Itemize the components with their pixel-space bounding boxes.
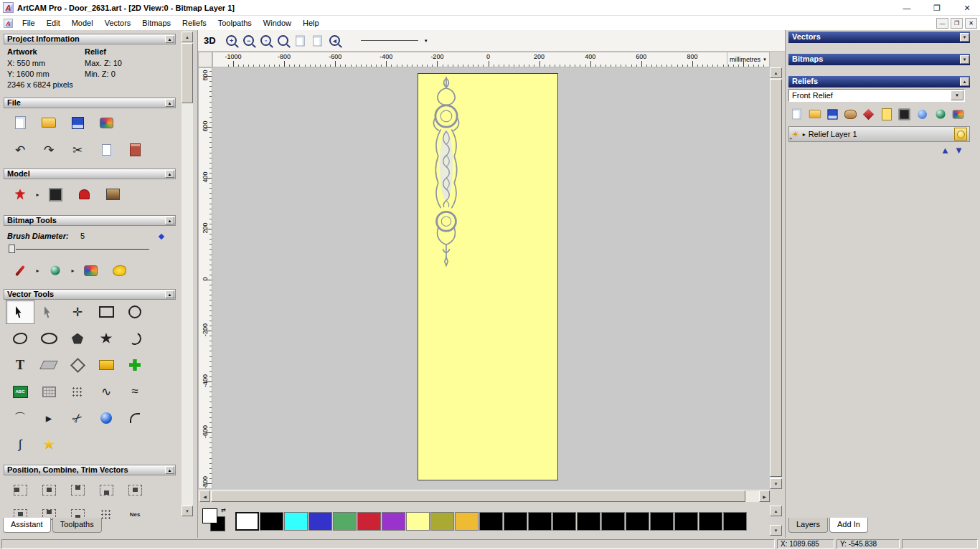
- menu-item-edit[interactable]: Edit: [41, 17, 66, 29]
- palette-swatch-1[interactable]: [260, 512, 283, 531]
- model-canvas-door[interactable]: [418, 73, 558, 480]
- scroll-down-icon[interactable]: ▼: [770, 525, 782, 536]
- paste-text-block-tool[interactable]: ABC: [6, 379, 34, 404]
- align-middle-icon[interactable]: [121, 478, 149, 502]
- swap-colours-icon[interactable]: ⇄: [221, 507, 226, 513]
- fit-arcs-tool[interactable]: ⌒: [6, 406, 34, 430]
- model-export-icon[interactable]: [92, 110, 121, 135]
- layer-active-icon[interactable]: [954, 128, 967, 141]
- load-bitmap-icon[interactable]: [98, 182, 127, 207]
- relief-layer-select[interactable]: Front Relief ▼: [788, 89, 965, 102]
- layer-visibility-icon[interactable]: ☀+: [791, 129, 800, 140]
- block-copy-tool[interactable]: [121, 353, 149, 377]
- menu-item-window[interactable]: Window: [258, 17, 297, 29]
- transform-vectors-tool[interactable]: ✛: [63, 300, 92, 324]
- draw-tool[interactable]: [41, 258, 70, 283]
- open-model-icon[interactable]: [34, 110, 63, 135]
- palette-swatch-20[interactable]: [723, 512, 747, 531]
- palette-swatch-18[interactable]: [674, 512, 698, 531]
- vertical-scrollbar[interactable]: ▲ ▼: [770, 67, 782, 489]
- collapse-section-icon[interactable]: ▲: [165, 217, 174, 224]
- collapse-section-icon[interactable]: ▲: [165, 290, 174, 298]
- save-relief-icon[interactable]: [824, 106, 841, 122]
- measure-tool[interactable]: [92, 353, 121, 377]
- palette-swatch-0[interactable]: [235, 512, 259, 531]
- scroll-left-icon[interactable]: ◀: [199, 490, 210, 502]
- collapse-section-icon[interactable]: ▲: [960, 77, 969, 86]
- canvas-viewport[interactable]: [212, 67, 770, 489]
- create-circle-tool[interactable]: [121, 300, 149, 324]
- paste-icon[interactable]: [92, 138, 121, 162]
- tab-add-in[interactable]: Add In: [829, 518, 868, 533]
- dropdown-arrow-icon[interactable]: ▼: [763, 57, 767, 62]
- mdi-restore-button[interactable]: ❐: [951, 18, 963, 29]
- dropdown-arrow-icon[interactable]: ▼: [951, 90, 963, 100]
- palette-swatch-9[interactable]: [455, 512, 479, 531]
- create-text-tool[interactable]: T: [6, 353, 34, 377]
- section-header-bitmap-tools[interactable]: Bitmap Tools ▲: [4, 215, 176, 226]
- palette-swatch-2[interactable]: [284, 512, 308, 531]
- palette-swatch-7[interactable]: [406, 512, 430, 531]
- cut-icon[interactable]: ✂: [63, 138, 92, 162]
- move-layer-up-icon[interactable]: ▲: [941, 145, 950, 156]
- align-left-icon[interactable]: [6, 478, 34, 502]
- scrollbar-thumb[interactable]: [211, 490, 745, 502]
- align-top-icon[interactable]: [63, 478, 92, 502]
- scroll-up-icon[interactable]: ▲: [770, 506, 782, 516]
- menu-item-bitmaps[interactable]: Bitmaps: [136, 17, 176, 29]
- layer-expand-icon[interactable]: ▸: [803, 131, 806, 138]
- relief-layer-row[interactable]: ☀+ ▸ Relief Layer 1: [788, 126, 970, 142]
- collapse-section-icon[interactable]: ▲: [165, 99, 174, 107]
- dropdown-arrow-icon[interactable]: ▼: [424, 39, 428, 43]
- menu-item-file[interactable]: File: [17, 17, 41, 29]
- zoom-out-icon[interactable]: −: [240, 32, 258, 49]
- create-shape-sphere-tool[interactable]: [92, 406, 121, 430]
- scroll-up-icon[interactable]: ▲: [182, 32, 193, 42]
- relief-offset-icon[interactable]: [950, 106, 966, 122]
- join-vectors-tool[interactable]: ▸: [34, 406, 63, 430]
- line-width-selector[interactable]: ▼: [361, 39, 428, 43]
- scroll-down-icon[interactable]: ▼: [770, 478, 782, 489]
- toggle-3d-view-button[interactable]: 3D: [204, 35, 216, 46]
- palette-swatch-14[interactable]: [577, 512, 600, 531]
- shear-tool[interactable]: [34, 353, 63, 377]
- primary-secondary-colour-swatch[interactable]: ⇄: [202, 508, 225, 531]
- create-star-tool[interactable]: [92, 326, 121, 351]
- zoom-in-icon[interactable]: +: [223, 32, 240, 49]
- zoom-previous-icon[interactable]: ◂: [326, 32, 344, 49]
- palette-swatch-15[interactable]: [601, 512, 625, 531]
- scrollbar-thumb[interactable]: [182, 43, 193, 103]
- undo-icon[interactable]: ↶: [6, 138, 34, 162]
- panel-filter-icon[interactable]: ▼: [960, 55, 969, 64]
- relief-shape-icon[interactable]: [860, 106, 877, 122]
- greyscale-preview-icon[interactable]: [41, 182, 70, 207]
- trim-vectors-tool[interactable]: ✂: [63, 406, 92, 430]
- horizontal-scrollbar[interactable]: ◀ ▶: [199, 490, 770, 502]
- set-model-size-icon[interactable]: [6, 182, 34, 207]
- new-model-icon[interactable]: [6, 110, 34, 135]
- load-relief-icon[interactable]: [806, 106, 823, 122]
- relief-stamp-icon[interactable]: [70, 182, 98, 207]
- brush-diameter-slider[interactable]: [9, 244, 159, 254]
- close-button[interactable]: ✕: [957, 1, 977, 14]
- scrollbar-track[interactable]: [182, 32, 193, 516]
- palette-swatch-11[interactable]: [504, 512, 527, 531]
- scroll-right-icon[interactable]: ▶: [759, 490, 770, 502]
- bitmaps-panel-header[interactable]: Bitmaps ▼: [788, 54, 970, 65]
- menu-item-toolpaths[interactable]: Toolpaths: [212, 17, 258, 29]
- section-header-position-combine-trim[interactable]: Position, Combine, Trim Vectors ▲: [4, 465, 176, 475]
- bitmap-fade-tool[interactable]: [34, 379, 63, 404]
- palette-swatch-13[interactable]: [552, 512, 576, 531]
- palette-swatch-8[interactable]: [430, 512, 454, 531]
- tab-assistant[interactable]: Assistant: [3, 518, 51, 533]
- zoom-window-icon[interactable]: ▫: [258, 32, 275, 49]
- palette-swatch-10[interactable]: [479, 512, 503, 531]
- slider-thumb[interactable]: [9, 245, 15, 253]
- palette-swatch-19[interactable]: [699, 512, 722, 531]
- assistant-scrollbar[interactable]: ▲ ▼: [182, 32, 193, 516]
- palette-swatch-5[interactable]: [357, 512, 381, 531]
- palette-swatch-4[interactable]: [333, 512, 357, 531]
- tab-layers[interactable]: Layers: [788, 518, 828, 533]
- collapse-section-icon[interactable]: ▲: [165, 35, 174, 43]
- smooth-polyline-tool[interactable]: ≈: [121, 379, 149, 404]
